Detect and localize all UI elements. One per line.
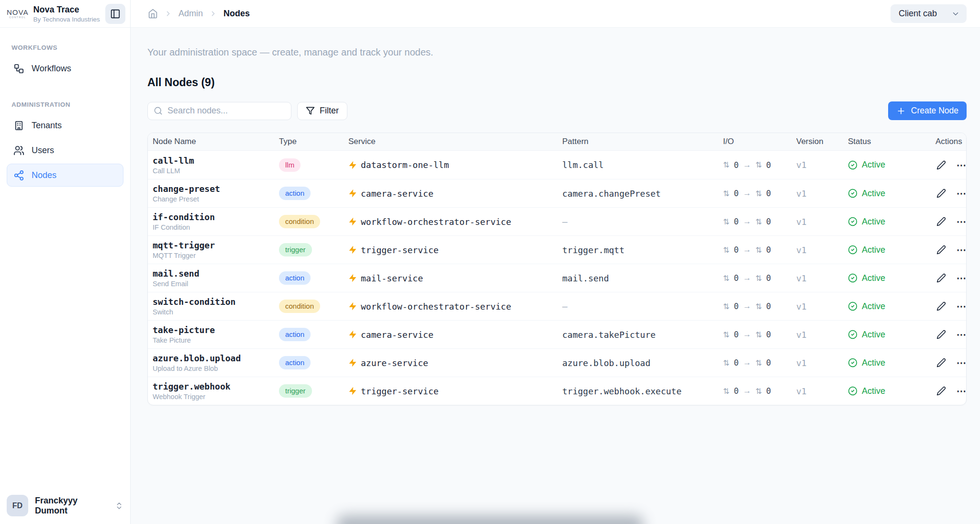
edit-button[interactable]	[935, 159, 947, 171]
more-actions-button[interactable]: ⋯	[956, 385, 967, 397]
status-badge: Active	[848, 301, 935, 312]
arrow-right-icon: →	[743, 273, 751, 283]
actions-cell: ⋯	[935, 329, 967, 340]
edit-button[interactable]	[935, 385, 947, 397]
search-box	[147, 102, 291, 120]
sidebar-item-tenants[interactable]: Tenants	[7, 114, 123, 137]
io-input-count: 0	[734, 330, 738, 339]
status-label: Active	[862, 245, 885, 255]
edit-button[interactable]	[935, 244, 947, 256]
user-menu[interactable]: FD Franckyyy Dumont	[0, 487, 130, 524]
panel-left-icon	[110, 9, 121, 19]
node-description: Switch	[153, 308, 279, 316]
table-row: mqtt-trigger MQTT Trigger trigger trigge…	[148, 235, 966, 264]
main-area: Admin Nodes Client cab Your administrati…	[131, 0, 980, 524]
io-output-count: 0	[766, 273, 771, 283]
type-badge: trigger	[279, 384, 312, 398]
edit-button[interactable]	[935, 272, 947, 284]
node-name: call-llm	[153, 156, 279, 166]
io-input-count: 0	[734, 217, 738, 226]
node-type-cell: llm	[279, 158, 348, 172]
column-header-version: Version	[796, 137, 848, 146]
pencil-icon	[936, 273, 946, 283]
more-actions-button[interactable]: ⋯	[956, 301, 967, 312]
actions-cell: ⋯	[935, 385, 967, 397]
node-type-cell: condition	[279, 215, 348, 228]
client-selector[interactable]: Client cab	[891, 4, 967, 23]
io-cell: ⇅ 0 → ⇅ 0	[723, 160, 796, 170]
sidebar-toggle-button[interactable]	[105, 4, 125, 24]
zap-icon	[348, 274, 357, 282]
node-name-cell: mail.send Send Email	[153, 268, 279, 288]
breadcrumb-nodes: Nodes	[223, 9, 250, 19]
pencil-icon	[936, 358, 946, 368]
ellipsis-icon: ⋯	[957, 273, 967, 283]
ellipsis-icon: ⋯	[957, 245, 967, 255]
service-cell: camera-service	[348, 189, 562, 199]
column-header-node-name: Node Name	[153, 137, 279, 146]
nav-section-workflows: WORKFLOWS	[7, 44, 123, 51]
pencil-icon	[936, 301, 946, 311]
pencil-icon	[936, 189, 946, 198]
table-row: take-picture Take Picture action camera-…	[148, 320, 966, 348]
edit-button[interactable]	[935, 216, 947, 227]
avatar: FD	[7, 495, 28, 516]
create-node-button[interactable]: Create Node	[888, 101, 967, 120]
edit-button[interactable]	[935, 357, 947, 368]
pattern: mail.send	[562, 273, 723, 283]
chevrons-up-down-icon	[115, 502, 123, 510]
node-description: Send Email	[153, 280, 279, 288]
arrow-up-down-icon: ⇅	[723, 189, 729, 198]
status-label: Active	[862, 358, 885, 368]
more-actions-button[interactable]: ⋯	[956, 244, 967, 256]
edit-button[interactable]	[935, 301, 947, 312]
sidebar-item-users[interactable]: Users	[7, 139, 123, 162]
edit-button[interactable]	[935, 329, 947, 340]
sidebar-header: NOVA CONTROL Nova Trace By Technova Indu…	[0, 0, 130, 28]
page-title: All Nodes (9)	[147, 76, 967, 89]
more-actions-button[interactable]: ⋯	[956, 188, 967, 199]
search-input[interactable]	[167, 106, 285, 116]
more-actions-button[interactable]: ⋯	[956, 357, 967, 368]
sidebar-item-nodes[interactable]: Nodes	[7, 164, 123, 187]
table-row: trigger.webhook Webhook Trigger trigger …	[148, 377, 966, 405]
more-actions-button[interactable]: ⋯	[956, 329, 967, 340]
node-description: Change Preset	[153, 195, 279, 203]
actions-cell: ⋯	[935, 159, 967, 171]
more-actions-button[interactable]: ⋯	[956, 159, 967, 171]
more-actions-button[interactable]: ⋯	[956, 216, 967, 227]
ellipsis-icon: ⋯	[957, 189, 967, 198]
more-actions-button[interactable]: ⋯	[956, 272, 967, 284]
arrow-up-down-icon: ⇅	[756, 387, 762, 396]
service-name: trigger-service	[361, 245, 439, 255]
node-name-cell: azure.blob.upload Upload to Azure Blob	[153, 353, 279, 372]
service-cell: mail-service	[348, 273, 562, 283]
table-row: switch-condition Switch condition workfl…	[148, 292, 966, 320]
arrow-right-icon: →	[743, 301, 751, 311]
status-badge: Active	[848, 358, 935, 368]
sidebar-item-label: Users	[32, 145, 54, 156]
pattern: camera.changePreset	[562, 189, 723, 199]
arrow-up-down-icon: ⇅	[756, 245, 762, 255]
status-badge: Active	[848, 217, 935, 227]
actions-cell: ⋯	[935, 216, 967, 227]
service-name: workflow-orchestrator-service	[361, 217, 511, 227]
node-type-cell: action	[279, 356, 348, 369]
filter-button[interactable]: Filter	[297, 102, 347, 120]
arrow-up-down-icon: ⇅	[756, 189, 762, 198]
check-circle-icon	[848, 245, 858, 255]
service-cell: azure-service	[348, 358, 562, 368]
io-input-count: 0	[734, 301, 738, 311]
check-circle-icon	[848, 189, 858, 198]
app-subtitle: By Technova Industries	[33, 16, 100, 23]
node-type-cell: trigger	[279, 243, 348, 256]
edit-button[interactable]	[935, 188, 947, 199]
client-selector-value: Client cab	[899, 9, 937, 19]
node-name-cell: trigger.webhook Webhook Trigger	[153, 381, 279, 401]
sidebar-item-workflows[interactable]: Workflows	[7, 57, 123, 80]
breadcrumb-admin[interactable]: Admin	[178, 9, 203, 19]
column-header-io: I/O	[723, 137, 796, 146]
column-header-service: Service	[348, 137, 562, 146]
home-icon[interactable]	[148, 9, 158, 19]
io-output-count: 0	[766, 301, 771, 311]
